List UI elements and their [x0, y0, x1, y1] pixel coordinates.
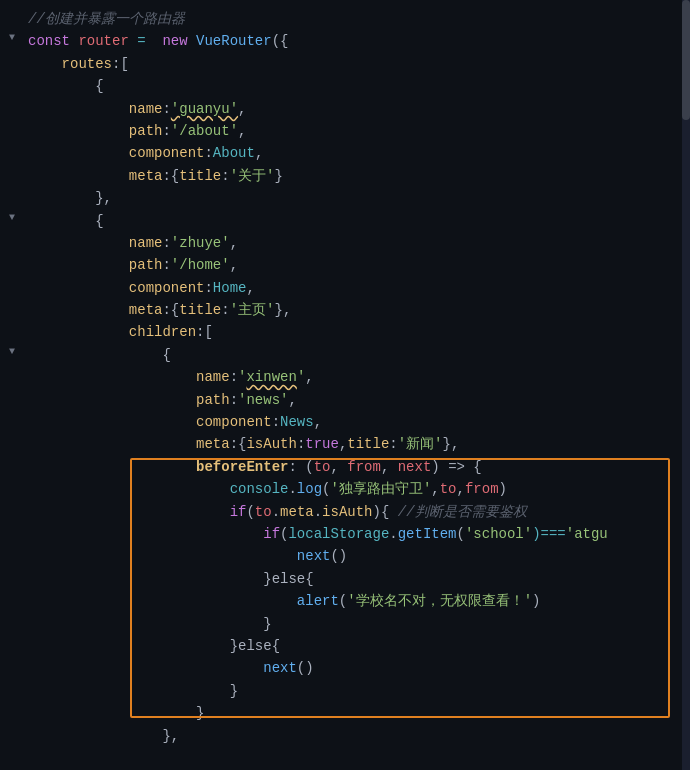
code-text: component:News,: [24, 411, 682, 433]
code-text: },: [24, 187, 682, 209]
token: ,: [230, 257, 238, 273]
code-line: {: [0, 75, 690, 97]
code-text: name:'guanyu',: [24, 98, 682, 120]
token: ,: [314, 414, 322, 430]
token: //判断是否需要鉴权: [398, 504, 527, 520]
token: ,: [238, 101, 246, 117]
token: :{: [162, 168, 179, 184]
code-text: //创建并暴露一个路由器: [24, 8, 682, 30]
code-line: children:[: [0, 321, 690, 343]
token: title: [347, 436, 389, 452]
token: next: [398, 459, 432, 475]
code-line: ▼const router = new VueRouter({: [0, 30, 690, 52]
token: }else{: [263, 571, 313, 587]
token: Home: [213, 280, 247, 296]
token: ,: [330, 459, 347, 475]
token: '主页': [230, 302, 275, 318]
code-text: }: [24, 702, 682, 724]
code-line: console.log('独享路由守卫',to,from): [0, 478, 690, 500]
token: children: [129, 324, 196, 340]
code-text: }: [24, 613, 682, 635]
token: }: [274, 168, 282, 184]
code-text: console.log('独享路由守卫',to,from): [24, 478, 682, 500]
code-line: path:'/home',: [0, 254, 690, 276]
token: path: [129, 257, 163, 273]
code-line: next(): [0, 657, 690, 679]
token: :: [272, 414, 280, 430]
token: =: [129, 33, 154, 49]
token: },: [162, 728, 179, 744]
token: title: [179, 168, 221, 184]
code-text: alert('学校名不对，无权限查看！'): [24, 590, 682, 612]
token: to: [255, 504, 272, 520]
token: },: [443, 436, 460, 452]
token: VueRouter: [188, 33, 272, 49]
token: (): [297, 660, 314, 676]
code-line: if(to.meta.isAuth){ //判断是否需要鉴权: [0, 501, 690, 523]
token: .: [272, 504, 280, 520]
code-line: beforeEnter: (to, from, next) => {: [0, 456, 690, 478]
token: getItem: [398, 526, 457, 542]
token: ,: [457, 481, 465, 497]
token: ,: [288, 392, 296, 408]
token: true: [305, 436, 339, 452]
token: .: [314, 504, 322, 520]
token: ({: [272, 33, 289, 49]
token: }: [196, 705, 204, 721]
code-line: path:'/about',: [0, 120, 690, 142]
code-text: {: [24, 210, 682, 232]
token: :: [204, 145, 212, 161]
token: :: [221, 168, 229, 184]
token: meta: [196, 436, 230, 452]
gutter-arrow[interactable]: ▼: [0, 30, 24, 46]
token: if: [230, 504, 247, 520]
token: isAuth: [322, 504, 372, 520]
code-line: ▼ {: [0, 210, 690, 232]
code-line: },: [0, 725, 690, 747]
token: {: [162, 347, 170, 363]
token: name: [196, 369, 230, 385]
code-text: },: [24, 725, 682, 747]
code-line: next(): [0, 545, 690, 567]
code-text: component:About,: [24, 142, 682, 164]
gutter-arrow[interactable]: ▼: [0, 210, 24, 226]
token: :: [162, 257, 170, 273]
token: component: [196, 414, 272, 430]
code-text: }else{: [24, 568, 682, 590]
token: :[: [196, 324, 213, 340]
token: ,: [305, 369, 313, 385]
code-text: name:'zhuye',: [24, 232, 682, 254]
token: meta: [129, 168, 163, 184]
code-line: routes:[: [0, 53, 690, 75]
token: name: [129, 235, 163, 251]
token: '新闻': [398, 436, 443, 452]
token: title: [179, 302, 221, 318]
scrollbar[interactable]: [682, 0, 690, 770]
code-text: routes:[: [24, 53, 682, 75]
gutter-arrow[interactable]: ▼: [0, 344, 24, 360]
code-line: },: [0, 187, 690, 209]
code-text: }: [24, 680, 682, 702]
token: :: [204, 280, 212, 296]
code-line: meta:{title:'主页'},: [0, 299, 690, 321]
token: :[: [112, 56, 129, 72]
token: ): [499, 481, 507, 497]
token: :: [389, 436, 397, 452]
token: {: [95, 78, 103, 94]
token: console: [230, 481, 289, 497]
code-text: if(localStorage.getItem('school')==='atg…: [24, 523, 682, 545]
token: to: [440, 481, 457, 497]
token: ) => {: [431, 459, 481, 475]
token: path: [196, 392, 230, 408]
token: const: [28, 33, 70, 49]
token: {: [95, 213, 103, 229]
code-text: const router = new VueRouter({: [24, 30, 682, 52]
token: }else{: [230, 638, 280, 654]
token: meta: [280, 504, 314, 520]
token: meta: [129, 302, 163, 318]
token: :: [230, 392, 238, 408]
token: 'guanyu': [171, 101, 238, 117]
token: (: [457, 526, 465, 542]
code-text: if(to.meta.isAuth){ //判断是否需要鉴权: [24, 501, 682, 523]
scrollbar-thumb[interactable]: [682, 0, 690, 120]
